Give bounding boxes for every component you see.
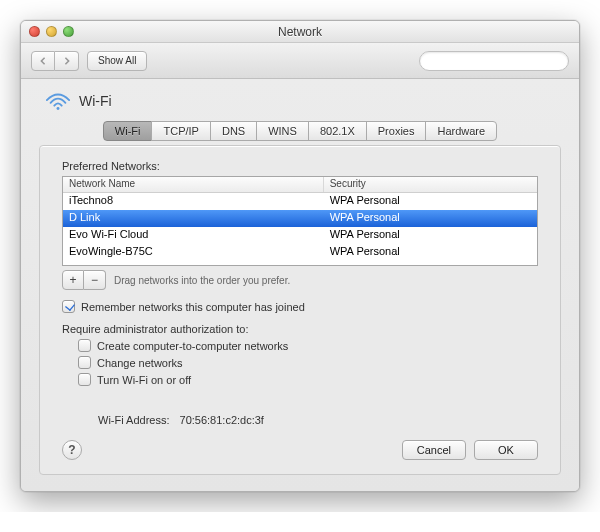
remember-row[interactable]: Remember networks this computer has join… bbox=[62, 300, 538, 313]
tabbar: Wi-FiTCP/IPDNSWINS802.1XProxiesHardware bbox=[39, 121, 561, 141]
content: Wi-Fi Wi-FiTCP/IPDNSWINS802.1XProxiesHar… bbox=[21, 79, 579, 491]
ok-button[interactable]: OK bbox=[474, 440, 538, 460]
help-button[interactable]: ? bbox=[62, 440, 82, 460]
zoom-window-button[interactable] bbox=[63, 26, 74, 37]
network-row[interactable]: EvoWingle-B75CWPA Personal bbox=[63, 244, 537, 261]
admin-option[interactable]: Turn Wi-Fi on or off bbox=[78, 373, 538, 386]
admin-option-label: Turn Wi-Fi on or off bbox=[97, 374, 191, 386]
network-security: WPA Personal bbox=[324, 210, 537, 227]
preferred-label: Preferred Networks: bbox=[62, 160, 538, 172]
minimize-window-button[interactable] bbox=[46, 26, 57, 37]
tab-wins[interactable]: WINS bbox=[256, 121, 309, 141]
page-title: Wi-Fi bbox=[79, 93, 112, 109]
titlebar: Network bbox=[21, 21, 579, 43]
remove-network-button[interactable]: − bbox=[84, 270, 106, 290]
forward-button[interactable] bbox=[55, 51, 79, 71]
tab-dns[interactable]: DNS bbox=[210, 121, 257, 141]
network-list[interactable]: Network Name Security iTechno8WPA Person… bbox=[62, 176, 538, 266]
network-security: WPA Personal bbox=[324, 193, 537, 210]
admin-option[interactable]: Change networks bbox=[78, 356, 538, 369]
network-row[interactable]: Evo Wi-Fi CloudWPA Personal bbox=[63, 227, 537, 244]
admin-checkbox[interactable] bbox=[78, 373, 91, 386]
back-button[interactable] bbox=[31, 51, 55, 71]
traffic-lights bbox=[29, 26, 74, 37]
header-row: Wi-Fi bbox=[39, 91, 561, 111]
admin-option-label: Create computer-to-computer networks bbox=[97, 340, 288, 352]
admin-option-label: Change networks bbox=[97, 357, 183, 369]
wifi-address-label: Wi-Fi Address: bbox=[98, 414, 170, 426]
wifi-icon bbox=[45, 91, 71, 111]
add-remove-group: + − bbox=[62, 270, 106, 290]
col-security[interactable]: Security bbox=[324, 177, 537, 192]
tab-tcp-ip[interactable]: TCP/IP bbox=[151, 121, 210, 141]
admin-checkbox[interactable] bbox=[78, 356, 91, 369]
list-footer: + − Drag networks into the order you pre… bbox=[62, 270, 538, 290]
drag-hint: Drag networks into the order you prefer. bbox=[114, 275, 290, 286]
tab-proxies[interactable]: Proxies bbox=[366, 121, 427, 141]
tab-802-1x[interactable]: 802.1X bbox=[308, 121, 367, 141]
remember-label: Remember networks this computer has join… bbox=[81, 301, 305, 313]
add-network-button[interactable]: + bbox=[62, 270, 84, 290]
admin-options: Create computer-to-computer networksChan… bbox=[78, 339, 538, 386]
network-name: iTechno8 bbox=[63, 193, 324, 210]
tab-wi-fi[interactable]: Wi-Fi bbox=[103, 121, 153, 141]
remember-checkbox[interactable] bbox=[62, 300, 75, 313]
admin-checkbox[interactable] bbox=[78, 339, 91, 352]
cancel-button[interactable]: Cancel bbox=[402, 440, 466, 460]
chevron-left-icon bbox=[39, 57, 47, 65]
network-list-header: Network Name Security bbox=[63, 177, 537, 193]
advanced-panel: Preferred Networks: Network Name Securit… bbox=[39, 145, 561, 475]
network-window: Network Show All Wi-Fi Wi- bbox=[20, 20, 580, 492]
bottom-row: ? Cancel OK bbox=[62, 440, 538, 460]
show-all-button[interactable]: Show All bbox=[87, 51, 147, 71]
search-input[interactable] bbox=[430, 54, 572, 68]
network-security: WPA Personal bbox=[324, 227, 537, 244]
svg-point-2 bbox=[57, 107, 60, 110]
admin-label: Require administrator authorization to: bbox=[62, 323, 538, 335]
search-field[interactable] bbox=[419, 51, 569, 71]
window-title: Network bbox=[21, 25, 579, 39]
wifi-address-row: Wi-Fi Address: 70:56:81:c2:dc:3f bbox=[98, 414, 538, 426]
close-window-button[interactable] bbox=[29, 26, 40, 37]
network-security: WPA Personal bbox=[324, 244, 537, 261]
wifi-address-value: 70:56:81:c2:dc:3f bbox=[180, 414, 264, 426]
col-network-name[interactable]: Network Name bbox=[63, 177, 324, 192]
network-row[interactable]: iTechno8WPA Personal bbox=[63, 193, 537, 210]
toolbar: Show All bbox=[21, 43, 579, 79]
network-name: Evo Wi-Fi Cloud bbox=[63, 227, 324, 244]
admin-option[interactable]: Create computer-to-computer networks bbox=[78, 339, 538, 352]
network-row[interactable]: D LinkWPA Personal bbox=[63, 210, 537, 227]
network-name: D Link bbox=[63, 210, 324, 227]
network-name: EvoWingle-B75C bbox=[63, 244, 324, 261]
nav-group bbox=[31, 51, 79, 71]
tab-hardware[interactable]: Hardware bbox=[425, 121, 497, 141]
chevron-right-icon bbox=[63, 57, 71, 65]
